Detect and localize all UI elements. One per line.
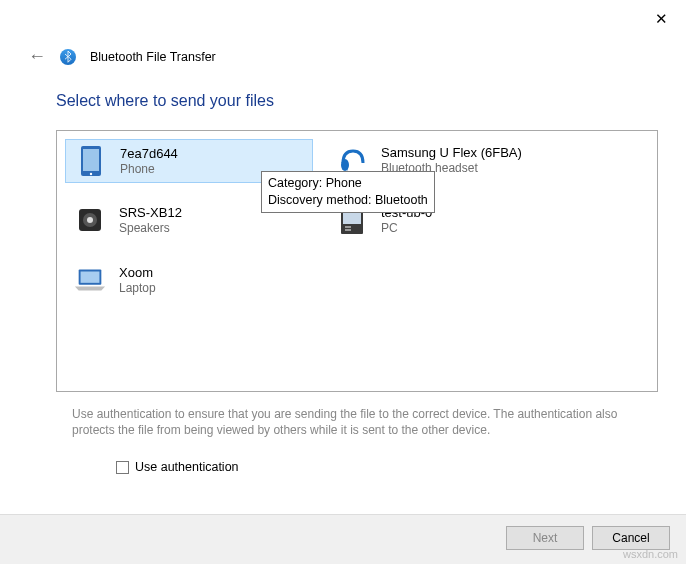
device-item-laptop[interactable]: Xoom Laptop [65,259,313,301]
tooltip-line: Discovery method: Bluetooth [268,192,428,209]
laptop-icon [73,263,107,297]
dialog-title: Bluetooth File Transfer [90,50,216,64]
device-name: 7ea7d644 [120,146,178,162]
close-icon[interactable]: ✕ [655,10,668,28]
device-list: 7ea7d644 Phone Samsung U Flex (6FBA) Blu… [56,130,658,392]
bluetooth-file-transfer-dialog: ✕ ← Bluetooth File Transfer Select where… [0,0,686,564]
dialog-header: ← Bluetooth File Transfer [28,46,216,67]
device-name: Samsung U Flex (6FBA) [381,145,522,161]
back-arrow-icon[interactable]: ← [28,46,46,67]
device-name: SRS-XB12 [119,205,182,221]
device-type: PC [381,221,432,235]
tooltip-line: Category: Phone [268,175,428,192]
svg-rect-10 [345,229,351,231]
svg-rect-12 [81,272,100,283]
auth-checkbox-row: Use authentication [116,460,239,474]
svg-rect-9 [345,226,351,228]
device-tooltip: Category: Phone Discovery method: Blueto… [261,171,435,213]
use-authentication-checkbox[interactable] [116,461,129,474]
device-type: Laptop [119,281,156,295]
svg-point-3 [341,159,349,171]
authentication-hint: Use authentication to ensure that you ar… [72,406,632,438]
bluetooth-icon [60,49,76,65]
svg-rect-1 [83,149,99,171]
next-button[interactable]: Next [506,526,584,550]
watermark: wsxdn.com [623,548,678,560]
use-authentication-label: Use authentication [135,460,239,474]
page-heading: Select where to send your files [56,92,274,110]
device-type: Phone [120,162,178,176]
speaker-icon [73,203,107,237]
device-name: Xoom [119,265,156,281]
device-type: Speakers [119,221,182,235]
svg-point-2 [90,173,92,175]
button-bar: Next Cancel [506,516,670,550]
phone-icon [74,144,108,178]
cancel-button[interactable]: Cancel [592,526,670,550]
svg-point-6 [87,217,93,223]
